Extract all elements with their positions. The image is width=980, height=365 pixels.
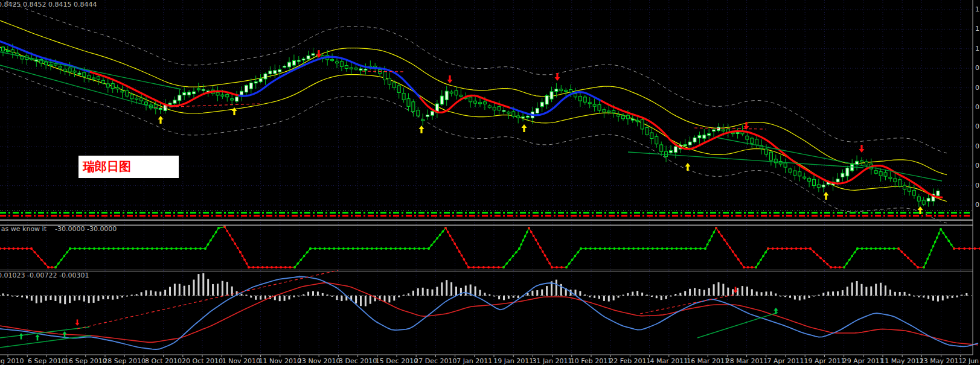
price-axis-label: 1. [975,25,980,33]
date-axis-label: 29 Apr 2011 [843,357,884,365]
date-axis-label: 23 Nov 2010 [298,357,340,365]
date-axis-label: 3 Dec 2010 [339,357,377,365]
date-axis-label: 15 Dec 2010 [376,357,418,365]
date-axis-label: 19 Apr 2011 [804,357,845,365]
date-axis-label: 16 Sep 2010 [65,357,107,365]
date-axis-label: 28 Sep 2010 [103,357,146,365]
date-axis-label: 8 Oct 2010 [145,357,182,365]
price-axis-label: 0. [975,122,980,130]
date-axis-label: 11 Nov 2010 [259,357,301,365]
price-axis-label: 0. [975,162,980,170]
date-axis-label: 23 May 2011 [920,357,963,365]
price-axis-label: 0. [975,201,980,209]
chart-canvas[interactable] [0,0,980,365]
date-axis-label: 7 Jan 2011 [456,357,492,365]
date-axis-label: 27 Dec 2010 [414,357,456,365]
price-axis-label: 0. [975,142,980,150]
date-axis-label: 16 Mar 2011 [687,357,729,365]
date-axis-label: 11 May 2011 [880,357,924,365]
price-axis-label: 1. [975,45,980,52]
date-axis-label: 20 Oct 2010 [182,357,223,365]
price-axis-label: 0. [975,64,980,72]
price-axis-label: 0. [975,84,980,92]
date-axis-label: 2 Jun 2011 [962,357,980,365]
date-axis-label: Aug 2010 [0,357,24,365]
date-axis-label: 1 Nov 2010 [222,357,260,365]
chart-window[interactable]: 0.8425 0.8452 0.8415 0.8444 瑞郎日图 t as we… [0,0,980,365]
date-axis-label: 4 Mar 2011 [650,357,688,365]
date-axis-label: 19 Jan 2011 [493,357,533,365]
date-axis-label: 10 Feb 2011 [571,357,612,365]
price-axis-label: 1. [975,5,980,13]
date-axis-label: 28 Mar 2011 [726,357,768,365]
date-axis-label: 22 Feb 2011 [609,357,650,365]
date-axis-label: 7 Apr 2011 [767,357,804,365]
date-axis-label: 31 Jan 2011 [533,357,572,365]
price-axis-label: 0. [975,182,980,189]
price-axis-label: 0. [975,103,980,111]
date-axis-label: 6 Sep 2010 [28,357,66,365]
